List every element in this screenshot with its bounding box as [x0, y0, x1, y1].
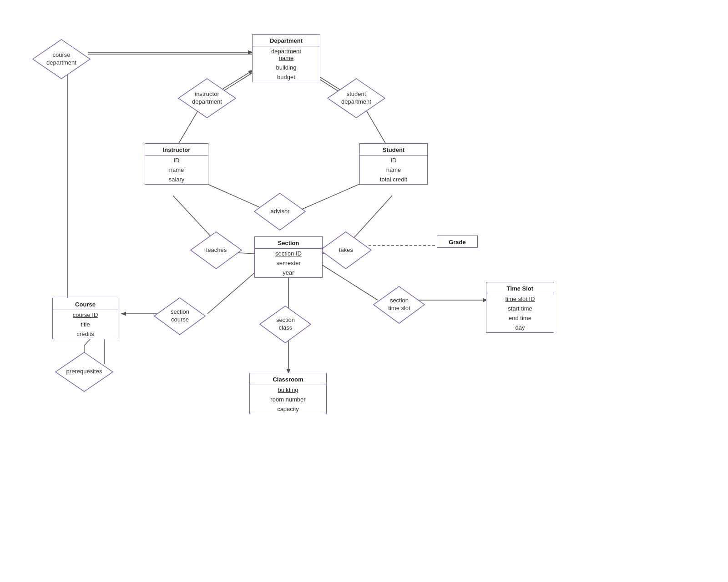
department-entity: Department departmentname building budge…	[252, 34, 320, 82]
advisor-diamond: advisor	[254, 191, 306, 232]
course-attr-2: title	[53, 320, 118, 329]
class-attr-2: room number	[250, 395, 326, 404]
classroom-title: Classroom	[250, 373, 326, 385]
grade-title: Grade	[437, 236, 477, 247]
course-department-diamond: coursedepartment	[32, 36, 91, 82]
classroom-entity: Classroom building room number capacity	[249, 373, 327, 414]
grade-entity: Grade	[437, 236, 478, 248]
instructor-entity: Instructor ID name salary	[145, 143, 208, 185]
class-attr-1: building	[250, 385, 326, 395]
section-class-label: sectionclass	[276, 316, 295, 332]
instructor-department-diamond: instructordepartment	[177, 76, 237, 120]
section-entity: Section section ID semester year	[254, 236, 323, 278]
prerequesites-label: prerequesites	[66, 368, 102, 376]
ts-attr-2: start time	[486, 304, 554, 313]
course-title: Course	[53, 298, 118, 310]
stud-attr-2: name	[360, 165, 427, 175]
stud-attr-1: ID	[360, 156, 427, 165]
instr-attr-1: ID	[145, 156, 208, 165]
section-course-label: sectioncourse	[171, 308, 189, 324]
department-title: Department	[253, 35, 320, 46]
section-timeslot-label: sectiontime slot	[388, 297, 410, 312]
stud-attr-3: total credit	[360, 175, 427, 184]
ts-attr-3: end time	[486, 313, 554, 323]
dept-attr-1: departmentname	[253, 46, 320, 63]
section-class-diamond: sectionclass	[259, 304, 312, 345]
timeslot-entity: Time Slot time slot ID start time end ti…	[486, 282, 554, 333]
instr-attr-2: name	[145, 165, 208, 175]
student-department-diamond: studentdepartment	[327, 76, 386, 120]
teaches-diamond: teaches	[190, 230, 243, 271]
student-entity: Student ID name total credit	[359, 143, 428, 185]
sect-attr-3: year	[255, 268, 322, 277]
dept-attr-3: budget	[253, 72, 320, 82]
course-attr-1: course ID	[53, 310, 118, 320]
takes-label: takes	[339, 246, 353, 254]
section-timeslot-diamond: sectiontime slot	[373, 284, 425, 325]
instructor-title: Instructor	[145, 144, 208, 155]
takes-diamond: takes	[320, 230, 372, 271]
course-attr-3: credits	[53, 329, 118, 339]
instructor-department-label: instructordepartment	[192, 90, 222, 106]
instr-attr-3: salary	[145, 175, 208, 184]
class-attr-3: capacity	[250, 404, 326, 414]
ts-attr-1: time slot ID	[486, 294, 554, 304]
course-entity: Course course ID title credits	[52, 298, 118, 339]
prerequesites-diamond: prerequesites	[55, 350, 114, 393]
student-department-label: studentdepartment	[341, 90, 371, 106]
timeslot-title: Time Slot	[486, 282, 554, 294]
section-course-diamond: sectioncourse	[154, 296, 206, 336]
dept-attr-2: building	[253, 63, 320, 72]
sect-attr-2: semester	[255, 258, 322, 268]
teaches-label: teaches	[206, 246, 227, 254]
ts-attr-4: day	[486, 323, 554, 332]
student-title: Student	[360, 144, 427, 155]
advisor-label: advisor	[271, 208, 290, 216]
section-title: Section	[255, 237, 322, 248]
sect-attr-1: section ID	[255, 249, 322, 258]
course-department-label: coursedepartment	[46, 51, 76, 67]
